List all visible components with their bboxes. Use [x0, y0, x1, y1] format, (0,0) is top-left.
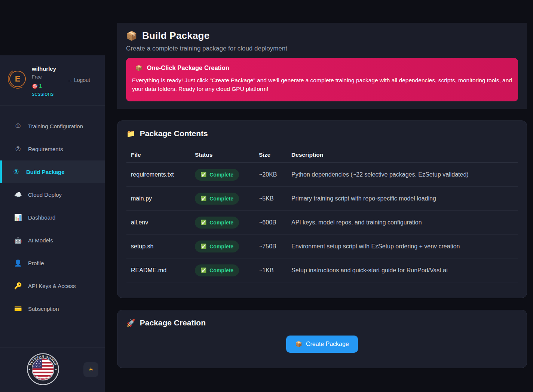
file-name: setup.sh [131, 243, 195, 250]
sessions-count: 1 [39, 83, 42, 89]
logout-label: Logout [74, 77, 90, 83]
sun-icon: ☀ [88, 366, 93, 373]
create-package-button[interactable]: 📦 Create Package [286, 336, 358, 353]
nav-item-label: Build Package [26, 169, 65, 175]
sidebar-nav: ① Training Configuration ② Requirements … [0, 106, 105, 320]
one-click-banner: 📦 One-Click Package Creation Everything … [126, 58, 518, 101]
folder-icon: 📁 [126, 129, 135, 138]
create-package-label: Create Package [306, 341, 349, 347]
sidebar-nav-item[interactable]: 🔑 API Keys & Access [0, 275, 105, 297]
nav-item-label: API Keys & Access [28, 283, 76, 289]
table-row: all.env ✅ Complete ~600B API keys, model… [126, 211, 518, 235]
status-label: Complete [209, 220, 233, 226]
status-cell: ✅ Complete [195, 241, 259, 252]
package-icon: 📦 [295, 341, 302, 347]
sidebar: E wilhurley Free 🎯1 sessions →Logout ① T… [0, 55, 105, 392]
file-name: README.md [131, 267, 195, 274]
rocket-icon: 🚀 [126, 319, 135, 327]
column-header-file: File [131, 151, 195, 158]
sidebar-footer: VETERAN OWNED ★ BUSINESS ★ ★ ★ ☀ [0, 347, 105, 392]
status-badge: ✅ Complete [195, 217, 239, 229]
arrow-right-icon: → [67, 77, 72, 83]
check-icon: ✅ [200, 267, 206, 273]
nav-item-label: AI Models [28, 237, 53, 244]
sessions-label: sessions [32, 91, 53, 97]
nav-item-label: Dashboard [28, 214, 55, 221]
banner-body: Everything is ready! Just click "Create … [132, 76, 512, 93]
nav-item-icon: 👤 [13, 259, 23, 267]
page-subtitle: Create a complete training package for c… [126, 45, 518, 52]
star-icon: ★ [55, 368, 57, 371]
check-icon: ✅ [200, 244, 206, 249]
page-title: Build Package [142, 30, 209, 42]
file-size: ~5KB [259, 195, 291, 202]
table-row: setup.sh ✅ Complete ~750B Environment se… [126, 235, 518, 258]
nav-item-icon: ☁️ [13, 191, 23, 199]
status-cell: ✅ Complete [195, 264, 259, 276]
sidebar-nav-item[interactable]: ① Training Configuration [0, 115, 105, 138]
sidebar-nav-item[interactable]: ② Requirements [0, 138, 105, 160]
file-name: main.py [131, 195, 195, 202]
nav-item-icon: 🤖 [13, 236, 23, 244]
package-contents-title: Package Contents [140, 129, 208, 138]
status-badge: ✅ Complete [195, 241, 239, 252]
theme-toggle-button[interactable]: ☀ [83, 362, 98, 377]
dart-icon: 🎯 [32, 83, 38, 89]
sidebar-nav-item[interactable]: 💳 Subscription [0, 297, 105, 320]
user-avatar: E [9, 71, 26, 87]
user-plan: Free [32, 74, 61, 80]
column-header-size: Size [259, 151, 291, 158]
nav-item-icon: ① [13, 122, 23, 130]
nav-item-icon: 📊 [13, 214, 23, 221]
page-header-panel: 📦 Build Package Create a complete traini… [117, 23, 527, 109]
status-badge: ✅ Complete [195, 169, 239, 181]
package-creation-card: 🚀 Package Creation 📦 Create Package [117, 310, 527, 368]
file-description: API keys, model repos, and training conf… [291, 219, 518, 226]
table-header-row: File Status Size Description [126, 147, 518, 163]
file-name: all.env [131, 219, 195, 226]
status-cell: ✅ Complete [195, 217, 259, 229]
sidebar-nav-item[interactable]: 🤖 AI Models [0, 229, 105, 252]
check-icon: ✅ [200, 220, 206, 225]
table-row: main.py ✅ Complete ~5KB Primary training… [126, 187, 518, 211]
sidebar-nav-item[interactable]: 📊 Dashboard [0, 206, 105, 229]
user-profile: E wilhurley Free 🎯1 sessions →Logout [0, 55, 105, 106]
check-icon: ✅ [200, 196, 206, 201]
file-name: requirements.txt [131, 171, 195, 178]
file-description: Setup instructions and quick-start guide… [291, 267, 518, 274]
check-icon: ✅ [200, 172, 206, 177]
nav-item-icon: 🔑 [13, 282, 23, 290]
package-contents-card: 📁 Package Contents File Status Size Desc… [117, 120, 527, 298]
package-contents-table: File Status Size Description requirement… [126, 147, 518, 282]
file-description: Python dependencies (~22 selective packa… [291, 171, 518, 178]
veteran-owned-badge: VETERAN OWNED ★ BUSINESS ★ ★ ★ [27, 353, 59, 385]
sessions-link[interactable]: 🎯1 sessions [32, 82, 61, 98]
status-badge: ✅ Complete [195, 264, 239, 276]
column-header-description: Description [291, 151, 518, 158]
status-label: Complete [209, 244, 233, 249]
table-body: requirements.txt ✅ Complete ~20KB Python… [126, 163, 518, 282]
status-label: Complete [209, 267, 233, 273]
user-name: wilhurley [32, 65, 61, 72]
file-size: ~1KB [259, 267, 291, 274]
status-cell: ✅ Complete [195, 169, 259, 181]
user-info: wilhurley Free 🎯1 sessions [32, 65, 61, 98]
package-icon: 📦 [126, 31, 137, 41]
star-icon: ★ [28, 368, 31, 371]
table-row: README.md ✅ Complete ~1KB Setup instruct… [126, 258, 518, 282]
file-size: ~20KB [259, 171, 291, 178]
file-description: Environment setup script with EzSetup or… [291, 243, 518, 250]
sidebar-nav-item[interactable]: ③ Build Package [0, 160, 105, 183]
nav-item-label: Profile [28, 260, 44, 266]
package-creation-title: Package Creation [140, 318, 206, 327]
package-icon: 📦 [135, 65, 143, 71]
status-cell: ✅ Complete [195, 193, 259, 205]
sidebar-nav-item[interactable]: 👤 Profile [0, 252, 105, 275]
column-header-status: Status [195, 151, 259, 158]
logout-link[interactable]: →Logout [67, 77, 90, 83]
nav-item-icon: 💳 [13, 305, 23, 313]
status-label: Complete [209, 172, 233, 178]
sidebar-nav-item[interactable]: ☁️ Cloud Deploy [0, 183, 105, 206]
nav-item-icon: ② [13, 145, 23, 153]
status-label: Complete [209, 196, 233, 202]
